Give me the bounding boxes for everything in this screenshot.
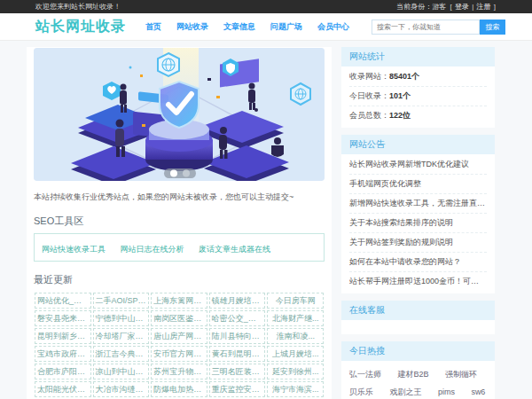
search-button[interactable]: 搜索	[480, 20, 505, 35]
carousel-dot-active	[170, 170, 177, 177]
recent-updates-heading: 最近更新	[34, 273, 325, 286]
nav-item-member[interactable]: 会员中心	[317, 21, 349, 33]
site-link[interactable]: 安币官方网站-安...	[151, 346, 207, 362]
pipe: |	[472, 3, 473, 11]
stat-members: 会员总数：122位	[349, 106, 487, 125]
site-link[interactable]: 宝鸡市政府采购网	[35, 346, 91, 362]
hot-search-tags: 弘一法师 建材B2B 强制循环 贝乐乐 戏剧之王 pims sw6 首码3	[341, 361, 495, 399]
bracket: [	[450, 3, 452, 11]
notice-link[interactable]: 新增网站快速收录工具，无需注册直接...	[349, 194, 487, 214]
identity-text: 当前身份：游客	[396, 3, 446, 11]
stats-card-title: 网站统计	[341, 47, 495, 66]
site-header: 站长网址收录 首页 网站收录 文章信息 问题广场 会员中心 搜索	[0, 13, 532, 41]
main-nav: 首页 网站收录 文章信息 问题广场 会员中心	[145, 21, 364, 33]
login-link[interactable]: 登录	[455, 3, 469, 11]
hot-tag[interactable]: 戏剧之王	[389, 387, 421, 398]
stat-sites-indexed: 收录网站：85401个	[349, 67, 487, 87]
site-link[interactable]: 陆川县特向灯具...	[209, 328, 266, 344]
stat-value: 85401个	[389, 72, 419, 81]
site-link[interactable]: 昆明到新乡物流...	[35, 328, 91, 344]
notice-link[interactable]: 站长帮手网注册即送1000金币！可用于...	[349, 272, 487, 291]
seo-toolbox: 网站快速收录工具 网站日志在线分析 废话文章生成器在线	[34, 233, 325, 262]
shield-check-icon	[160, 82, 199, 128]
site-link[interactable]: 凉山到中山物流...	[93, 364, 150, 379]
hot-tag[interactable]: 强制循环	[445, 369, 477, 380]
nav-item-site-index[interactable]: 网站收录	[176, 21, 208, 33]
notice-card-title: 网站公告	[341, 135, 495, 154]
site-link[interactable]: 磐安县尧来舜工...	[35, 310, 91, 326]
site-link[interactable]: 浙江吉今典当有...	[93, 346, 150, 362]
tool-link-fast-index[interactable]: 网站快速收录工具	[42, 245, 106, 254]
stats-card: 网站统计 收录网站：85401个 今日收录：101个 会员总数：122位	[341, 47, 495, 128]
site-logo-title[interactable]: 站长网址收录	[35, 18, 126, 36]
stat-label: 会员总数：	[349, 111, 389, 120]
stat-value: 101个	[389, 91, 411, 100]
site-link[interactable]: 上城月嫂培...	[267, 346, 324, 362]
site-link[interactable]: 北海财产继...	[267, 310, 324, 326]
notice-link[interactable]: 关于网站签到奖励的规则说明	[349, 233, 487, 253]
site-link[interactable]: 延安到徐州...	[267, 364, 324, 379]
site-link[interactable]: 合肥市庐阳区交...	[35, 364, 91, 379]
hot-tag[interactable]: pims	[438, 387, 455, 396]
stat-value: 122位	[389, 111, 411, 120]
site-link[interactable]: 重庆监控安装,高...	[209, 381, 266, 397]
site-link[interactable]: 三明名匠装饰_三...	[209, 364, 266, 379]
site-link[interactable]: 冷却塔厂家_密闭...	[93, 328, 150, 344]
nav-item-home[interactable]: 首页	[145, 21, 161, 33]
search-input[interactable]	[372, 20, 480, 35]
site-link[interactable]: 大冶市沟缝胶带...	[93, 381, 150, 397]
bracket: ]	[494, 3, 496, 11]
sidebar: 网站统计 收录网站：85401个 今日收录：101个 会员总数：122位 网站公…	[341, 47, 495, 399]
stat-today-indexed: 今日收录：101个	[349, 87, 487, 106]
customer-service-body	[341, 320, 495, 334]
notice-link[interactable]: 手机端网页优化调整	[349, 175, 487, 194]
site-link[interactable]: 太阳能光伏板回...	[35, 381, 91, 397]
notice-link[interactable]: 站长网站收录网新增TDK优化建议	[349, 155, 487, 175]
tool-link-log-analysis[interactable]: 网站日志在线分析	[120, 245, 184, 254]
nav-item-articles[interactable]: 文章信息	[223, 21, 255, 33]
site-link[interactable]: 宁德到中山物流...	[93, 310, 150, 326]
site-link[interactable]: 二手AOI/SPI设备...	[93, 293, 150, 309]
identity-area: 当前身份：游客 [ 登录 | 注册 ]	[395, 2, 497, 12]
site-link[interactable]: 南岗区医鉴豆浆...	[151, 310, 207, 326]
site-intro-text: 本站持续收集行业优秀站点，如果您的网站未被收录，您也可以主动提交~	[34, 192, 325, 203]
site-link[interactable]: 哈密公交_哈密公...	[209, 310, 266, 326]
site-link[interactable]: 海宁市海滨...	[267, 381, 324, 397]
stat-label: 收录网站：	[349, 72, 389, 81]
hot-tag[interactable]: sw6	[471, 387, 485, 396]
hot-search-title: 今日热搜	[341, 341, 495, 361]
welcome-text: 欢迎您来到站长网址收录！	[35, 2, 121, 12]
site-link[interactable]: 镇雄月嫂培训班...	[209, 293, 266, 309]
carousel-dots[interactable]	[164, 168, 196, 178]
notice-link[interactable]: 关于本站搜索结果排序的说明	[349, 214, 487, 233]
notice-link[interactable]: 如何在本站中请收录您的网站？	[349, 253, 487, 272]
hero-illustration	[34, 48, 325, 181]
hot-search-card: 今日热搜 弘一法师 建材B2B 强制循环 贝乐乐 戏剧之王 pims sw6 首…	[341, 341, 495, 399]
site-link[interactable]: 唐山房产网_新房...	[151, 328, 207, 344]
nav-item-qa[interactable]: 问题广场	[270, 21, 302, 33]
search-bar: 搜索	[372, 20, 505, 35]
site-link[interactable]: 上海东篱网络科...	[151, 293, 207, 309]
site-link[interactable]: 苏州宝升物流系...	[151, 364, 207, 379]
site-link[interactable]: 网站优化_免费发...	[35, 293, 91, 309]
site-link[interactable]: 防爆电加热器厂...	[151, 381, 207, 397]
hot-tag[interactable]: 贝乐乐	[349, 387, 373, 398]
main-content: 本站持续收集行业优秀站点，如果您的网站未被收录，您也可以主动提交~ SEO工具区…	[27, 47, 332, 399]
globe-hexagon-large	[158, 53, 179, 76]
customer-service-card: 在线客服	[341, 301, 495, 334]
hot-tag[interactable]: 弘一法师	[349, 369, 381, 380]
recent-updates-table: 网站优化_免费发... 二手AOI/SPI设备... 上海东篱网络科... 镇雄…	[34, 292, 325, 399]
carousel-dot	[183, 170, 190, 177]
site-link[interactable]: 淮南和凌...	[267, 328, 324, 344]
seo-tools-heading: SEO工具区	[34, 215, 325, 228]
stat-label: 今日收录：	[349, 91, 389, 100]
customer-service-title: 在线客服	[341, 301, 495, 320]
notice-card: 网站公告 站长网站收录网新增TDK优化建议 手机端网页优化调整 新增网站快速收录…	[341, 135, 495, 293]
site-link[interactable]: 黄石到昆明物流...	[209, 346, 266, 362]
globe-hexagon-right	[291, 83, 310, 105]
register-link[interactable]: 注册	[477, 3, 491, 11]
hot-tag[interactable]: 建材B2B	[397, 369, 428, 380]
topbar: 欢迎您来到站长网址收录！ 当前身份：游客 [ 登录 | 注册 ]	[0, 0, 532, 13]
tool-link-article-generator[interactable]: 废话文章生成器在线	[199, 245, 270, 254]
site-link[interactable]: 今日房车网	[267, 293, 324, 309]
